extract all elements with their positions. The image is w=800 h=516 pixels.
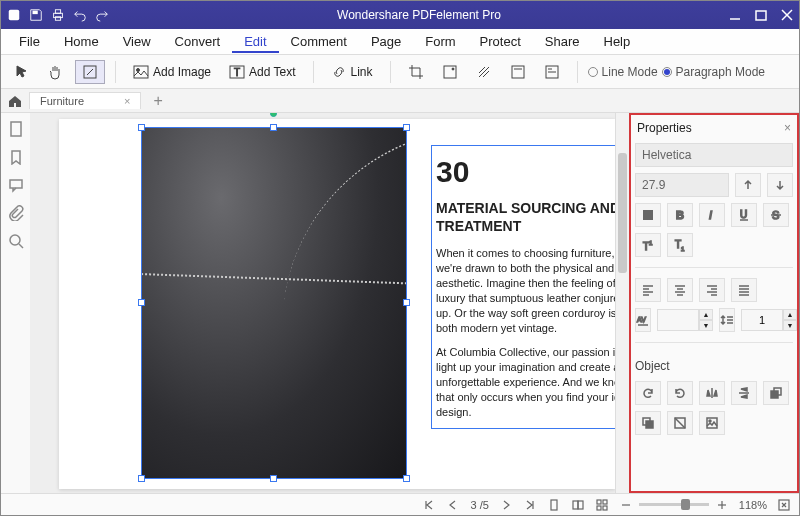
strikethrough-button[interactable]: S	[763, 203, 789, 227]
rotate-handle[interactable]	[270, 113, 277, 117]
align-center-button[interactable]	[667, 278, 693, 302]
zoom-value[interactable]: 118%	[739, 499, 767, 511]
svg-text:I: I	[709, 209, 712, 221]
paragraph-mode-radio[interactable]: Paragraph Mode	[662, 65, 765, 79]
zoom-in-icon[interactable]	[715, 498, 729, 512]
menu-convert[interactable]: Convert	[163, 30, 233, 53]
bookmarks-icon[interactable]	[8, 149, 24, 165]
comments-icon[interactable]	[8, 177, 24, 193]
watermark-tool[interactable]	[435, 60, 465, 84]
resize-handle[interactable]	[138, 299, 145, 306]
superscript-button[interactable]: T1	[635, 233, 661, 257]
line-height-input[interactable]: ▲▼	[741, 308, 797, 332]
crop-tool[interactable]	[401, 60, 431, 84]
maximize-button[interactable]	[755, 9, 767, 21]
bold-button[interactable]: B	[667, 203, 693, 227]
header-tool[interactable]	[503, 60, 533, 84]
edit-tool[interactable]	[75, 60, 105, 84]
body-paragraph: At Columbia Collective, our passion is t…	[436, 345, 629, 419]
menu-file[interactable]: File	[7, 30, 52, 53]
resize-handle[interactable]	[270, 124, 277, 131]
save-icon[interactable]	[29, 8, 43, 22]
resize-handle[interactable]	[403, 124, 410, 131]
font-size-input[interactable]: 27.9	[635, 173, 729, 197]
flip-vertical-button[interactable]	[731, 381, 757, 405]
replace-image-button[interactable]	[699, 411, 725, 435]
vertical-scrollbar[interactable]	[615, 113, 629, 493]
menu-comment[interactable]: Comment	[279, 30, 359, 53]
bring-front-button[interactable]	[763, 381, 789, 405]
resize-handle[interactable]	[270, 475, 277, 482]
background-tool[interactable]	[469, 60, 499, 84]
menu-help[interactable]: Help	[592, 30, 643, 53]
align-justify-button[interactable]	[731, 278, 757, 302]
resize-handle[interactable]	[138, 475, 145, 482]
svg-rect-22	[10, 180, 22, 188]
svg-rect-14	[444, 66, 456, 78]
prev-page-button[interactable]	[446, 498, 460, 512]
close-button[interactable]	[781, 9, 793, 21]
decrease-size-button[interactable]	[767, 173, 793, 197]
two-page-view-button[interactable]	[571, 498, 585, 512]
home-tab-icon[interactable]	[7, 93, 23, 109]
resize-handle[interactable]	[138, 124, 145, 131]
first-page-button[interactable]	[422, 498, 436, 512]
send-back-button[interactable]	[635, 411, 661, 435]
fit-page-button[interactable]	[777, 498, 791, 512]
line-mode-radio[interactable]: Line Mode	[588, 65, 658, 79]
minimize-button[interactable]	[729, 9, 741, 21]
svg-point-23	[10, 235, 20, 245]
search-icon[interactable]	[8, 233, 24, 249]
rotate-left-button[interactable]	[635, 381, 661, 405]
menu-page[interactable]: Page	[359, 30, 413, 53]
align-right-button[interactable]	[699, 278, 725, 302]
menu-form[interactable]: Form	[413, 30, 467, 53]
char-spacing-input[interactable]: ▲▼	[657, 308, 713, 332]
add-text-button[interactable]: TAdd Text	[222, 60, 302, 84]
resize-handle[interactable]	[403, 299, 410, 306]
next-page-button[interactable]	[499, 498, 513, 512]
last-page-button[interactable]	[523, 498, 537, 512]
menu-share[interactable]: Share	[533, 30, 592, 53]
bates-tool[interactable]	[537, 60, 567, 84]
selected-image[interactable]	[141, 127, 407, 479]
close-tab-icon[interactable]: ×	[124, 95, 130, 107]
zoom-control[interactable]	[619, 498, 729, 512]
document-tab[interactable]: Furniture×	[29, 92, 141, 109]
increase-size-button[interactable]	[735, 173, 761, 197]
print-icon[interactable]	[51, 8, 65, 22]
thumbnail-view-button[interactable]	[595, 498, 609, 512]
scrollbar-thumb[interactable]	[618, 153, 627, 273]
thumbnails-icon[interactable]	[8, 121, 24, 137]
svg-text:B: B	[676, 209, 684, 221]
zoom-slider[interactable]	[639, 503, 709, 506]
selected-text-block[interactable]: 30 MATERIAL SOURCING AND TREATMENT When …	[431, 145, 629, 429]
link-button[interactable]: Link	[324, 60, 380, 84]
add-image-button[interactable]: Add Image	[126, 60, 218, 84]
crop-object-button[interactable]	[667, 411, 693, 435]
resize-handle[interactable]	[403, 475, 410, 482]
document-canvas[interactable]: 30 MATERIAL SOURCING AND TREATMENT When …	[31, 113, 629, 493]
add-tab-button[interactable]: +	[147, 92, 168, 110]
align-left-button[interactable]	[635, 278, 661, 302]
hand-tool[interactable]	[41, 60, 71, 84]
menu-home[interactable]: Home	[52, 30, 111, 53]
menu-protect[interactable]: Protect	[468, 30, 533, 53]
font-family-select[interactable]: Helvetica	[635, 143, 793, 167]
underline-button[interactable]: U	[731, 203, 757, 227]
select-tool[interactable]	[7, 60, 37, 84]
rotate-right-button[interactable]	[667, 381, 693, 405]
undo-icon[interactable]	[73, 8, 87, 22]
flip-horizontal-button[interactable]	[699, 381, 725, 405]
attachments-icon[interactable]	[8, 205, 24, 221]
menu-edit[interactable]: Edit	[232, 30, 278, 53]
redo-icon[interactable]	[95, 8, 109, 22]
close-panel-icon[interactable]: ×	[784, 121, 791, 135]
menu-view[interactable]: View	[111, 30, 163, 53]
italic-button[interactable]: I	[699, 203, 725, 227]
subscript-button[interactable]: T1	[667, 233, 693, 257]
zoom-out-icon[interactable]	[619, 498, 633, 512]
single-page-view-button[interactable]	[547, 498, 561, 512]
font-color-button[interactable]	[635, 203, 661, 227]
line-height-icon	[719, 308, 735, 332]
